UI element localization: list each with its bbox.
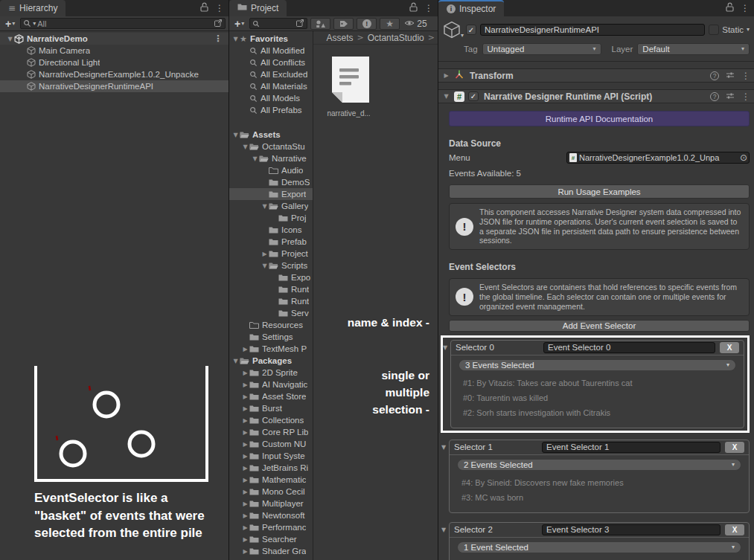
breadcrumb-assets[interactable]: Assets xyxy=(326,33,353,43)
project-tree-item-multiplayer[interactable]: ▶Multiplayer xyxy=(229,498,313,509)
project-search[interactable] xyxy=(249,18,307,29)
search-by-label-button[interactable] xyxy=(333,18,354,30)
breadcrumb-octantastudio[interactable]: OctantaStudio xyxy=(368,33,424,43)
runtime-api-documentation-button[interactable]: Runtime API Documentation xyxy=(449,111,750,126)
hierarchy-item-directional-light[interactable]: Directional Light xyxy=(0,57,229,68)
foldout-open-icon[interactable]: ▼ xyxy=(261,263,269,269)
run-usage-examples-button[interactable]: Run Usage Examples xyxy=(449,184,750,199)
project-tree-item-2d-sprite[interactable]: ▶2D Sprite xyxy=(229,367,313,379)
project-tree-item-settings[interactable]: Settings xyxy=(229,331,313,343)
gameobject-name-field[interactable] xyxy=(480,24,705,36)
foldout-open-icon[interactable]: ▼ xyxy=(241,144,249,150)
project-tree-item-searcher[interactable]: ▶Searcher xyxy=(229,533,313,545)
lock-icon[interactable] xyxy=(409,1,418,15)
foldout-open-icon[interactable]: ▼ xyxy=(441,444,446,451)
foldout-open-icon[interactable]: ▼ xyxy=(261,203,269,210)
project-tree-item-scripts[interactable]: ▼Scripts xyxy=(229,260,313,271)
presets-icon[interactable] xyxy=(726,69,735,83)
project-tree-item-jetbrains-ri[interactable]: ▶JetBrains Ri xyxy=(229,462,313,474)
project-tree-item-all-conflicts[interactable]: All Conflicts xyxy=(229,57,313,68)
project-tree-item-all-excluded[interactable]: All Excluded xyxy=(229,68,313,80)
menu-object-field[interactable]: # NarrativeDesignerExample1.0.2_Unpa ⊙ xyxy=(566,152,750,164)
component-menu-icon[interactable]: ⋮ xyxy=(741,71,750,81)
static-checkbox[interactable] xyxy=(709,25,719,35)
import-log-button[interactable]: ! xyxy=(357,18,377,30)
project-tree-item-proj[interactable]: Proj xyxy=(229,212,313,224)
foldout-closed-icon[interactable]: ▶ xyxy=(241,453,249,460)
add-event-selector-button[interactable]: Add Event Selector xyxy=(449,320,750,332)
project-tree-item-all-models[interactable]: All Models xyxy=(229,92,313,104)
foldout-closed-icon[interactable]: ▶ xyxy=(241,477,249,483)
project-tree-item-gallery[interactable]: ▼Gallery xyxy=(229,200,313,212)
foldout-open-icon[interactable]: ▼ xyxy=(442,93,450,100)
project-tree-item-shader-gra[interactable]: ▶Shader Gra xyxy=(229,545,313,557)
gameobject-icon[interactable]: ▾ xyxy=(443,21,462,39)
events-selected-dropdown[interactable]: 3 Events Selected▾ xyxy=(459,359,736,371)
project-tree-item-prefab[interactable]: Prefab xyxy=(229,236,313,248)
tab-inspector[interactable]: i Inspector xyxy=(438,0,504,16)
help-icon[interactable]: ? xyxy=(710,92,719,101)
project-tree-item-all-materials[interactable]: All Materials xyxy=(229,80,313,92)
project-tree-item-expo[interactable]: Expo xyxy=(229,271,313,283)
tag-dropdown[interactable]: Untagged ▾ xyxy=(482,43,601,55)
search-by-type-button[interactable] xyxy=(310,18,330,30)
remove-selector-button[interactable]: X xyxy=(720,342,739,353)
hierarchy-add-button[interactable]: + ▾ xyxy=(3,19,17,29)
project-tree-item-resources[interactable]: Resources xyxy=(229,319,313,331)
remove-selector-button[interactable]: X xyxy=(725,524,744,535)
hierarchy-item-main-camera[interactable]: Main Camera xyxy=(0,45,229,57)
foldout-closed-icon[interactable]: ▶ xyxy=(241,536,249,543)
project-tree-item-narrative[interactable]: ▼Narrative xyxy=(229,152,313,164)
visible-count[interactable]: 25 xyxy=(403,19,428,29)
foldout-closed-icon[interactable]: ▶ xyxy=(241,548,249,555)
hierarchy-item-narrativedesignerexample1-0-2-unpacke[interactable]: NarrativeDesignerExample1.0.2_Unpacke xyxy=(0,68,229,80)
hierarchy-item-narrativedemo[interactable]: ▼NarrativeDemo⋮ xyxy=(0,33,229,45)
project-tree-item-octantastu[interactable]: ▼OctantaStu xyxy=(229,141,313,152)
project-tree-item-custom-nu[interactable]: ▶Custom NU xyxy=(229,438,313,450)
foldout-open-icon[interactable]: ▼ xyxy=(443,344,447,351)
foldout-closed-icon[interactable]: ▶ xyxy=(241,382,249,388)
project-search-input[interactable] xyxy=(261,19,294,28)
foldout-closed-icon[interactable]: ▶ xyxy=(241,393,249,400)
foldout-closed-icon[interactable]: ▶ xyxy=(241,370,249,376)
project-tree-item-all-modified[interactable]: All Modified xyxy=(229,45,313,57)
project-tree-item-input-syste[interactable]: ▶Input Syste xyxy=(229,450,313,462)
foldout-open-icon[interactable]: ▼ xyxy=(441,527,446,533)
static-dropdown-icon[interactable]: ▾ xyxy=(747,27,750,33)
project-tree-item-collections[interactable]: ▶Collections xyxy=(229,414,313,426)
foldout-closed-icon[interactable]: ▶ xyxy=(241,429,249,436)
project-tree-item-project[interactable]: ▶Project xyxy=(229,248,313,260)
project-tree-item-performanc[interactable]: ▶Performanc xyxy=(229,521,313,533)
open-in-window-icon[interactable] xyxy=(295,17,304,30)
hierarchy-search[interactable]: ▾ xyxy=(20,18,226,29)
script-component-header[interactable]: ▼ # ✓ Narrative Designer Runtime API (Sc… xyxy=(438,89,754,103)
project-tree-item-core-rp-lib[interactable]: ▶Core RP Lib xyxy=(229,426,313,438)
project-tree-item-audio[interactable]: Audio xyxy=(229,164,313,176)
foldout-closed-icon[interactable]: ▶ xyxy=(241,405,249,412)
project-tree-item-demos[interactable]: DemoS xyxy=(229,176,313,188)
layer-dropdown[interactable]: Default ▾ xyxy=(637,43,750,55)
project-tree-item-favorites[interactable]: ▼★Favorites xyxy=(229,33,313,45)
foldout-closed-icon[interactable]: ▶ xyxy=(241,489,249,495)
foldout-closed-icon[interactable]: ▶ xyxy=(241,417,249,424)
lock-icon[interactable] xyxy=(726,1,734,15)
project-add-button[interactable]: + ▾ xyxy=(232,19,246,29)
hierarchy-item-narrativedesignerruntimeapi[interactable]: NarrativeDesignerRuntimeAPI xyxy=(0,80,229,92)
project-tree-item-textmesh-p[interactable]: ▶TextMesh P xyxy=(229,343,313,355)
scene-menu-icon[interactable]: ⋮ xyxy=(214,33,223,44)
foldout-closed-icon[interactable]: ▶ xyxy=(261,251,269,257)
panel-menu-icon[interactable]: ⋮ xyxy=(424,3,433,13)
project-tree-item-newtonsoft[interactable]: ▶Newtonsoft xyxy=(229,509,313,521)
foldout-open-icon[interactable]: ▼ xyxy=(231,36,240,42)
project-tree-item-all-prefabs[interactable]: All Prefabs xyxy=(229,104,313,116)
foldout-open-icon[interactable]: ▼ xyxy=(6,36,14,42)
active-checkbox[interactable]: ✓ xyxy=(466,25,476,35)
script-enabled-checkbox[interactable]: ✓ xyxy=(468,91,479,101)
project-tree-item-icons[interactable]: Icons xyxy=(229,224,313,236)
lock-icon[interactable] xyxy=(200,1,208,15)
foldout-closed-icon[interactable]: ▶ xyxy=(241,465,249,472)
project-tree-item-serv[interactable]: Serv xyxy=(229,307,313,319)
transform-component-header[interactable]: ▶ Transform ? ⋮ xyxy=(438,68,754,83)
events-selected-dropdown[interactable]: 1 Event Selected▾ xyxy=(457,541,741,553)
panel-menu-icon[interactable]: ⋮ xyxy=(215,3,224,13)
